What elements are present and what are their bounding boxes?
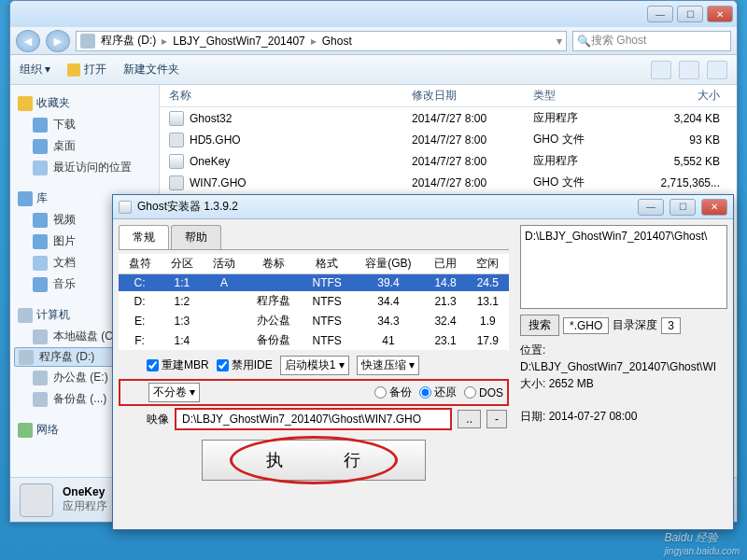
file-row[interactable]: OneKey2014/7/27 8:00应用程序5,552 KB <box>160 150 737 172</box>
breadcrumb-seg[interactable]: LBJY_GhostWin7_201407 <box>169 35 308 48</box>
breadcrumb-seg[interactable]: 程序盘 (D:) <box>97 33 160 49</box>
status-name: OneKey <box>63 485 105 498</box>
gho-icon <box>169 133 184 147</box>
restore-radio[interactable]: 还原 <box>419 385 457 400</box>
column-headers[interactable]: 名称修改日期类型大小 <box>160 85 737 107</box>
compress-select[interactable]: 快速压缩 ▾ <box>357 356 419 375</box>
breadcrumb-seg[interactable]: Ghost <box>318 35 356 48</box>
dialog-titlebar: Ghost安装器 1.3.9.2 — ☐ ✕ <box>113 195 733 219</box>
app-icon <box>169 154 184 169</box>
highlight-oval <box>230 436 398 484</box>
view-button[interactable] <box>651 61 671 79</box>
newfolder-button[interactable]: 新建文件夹 <box>123 62 179 77</box>
info-panel: 位置: D:\LBJY_GhostWin7_201407\Ghost\WI 大小… <box>520 342 727 425</box>
depth-input[interactable]: 3 <box>661 317 681 334</box>
search-placeholder: 搜索 Ghost <box>591 33 646 49</box>
sidebar-item-desktop[interactable]: 桌面 <box>14 135 155 157</box>
remove-button[interactable]: - <box>486 410 507 428</box>
desktop-icon <box>33 139 48 154</box>
star-icon <box>18 96 33 111</box>
dialog-title: Ghost安装器 1.3.9.2 <box>137 199 238 215</box>
dialog-minimize[interactable]: — <box>638 199 664 216</box>
table-header: 盘符分区活动卷标格式容量(GB)已用空闲 <box>119 254 509 274</box>
bootmodule-select[interactable]: 启动模块1 ▾ <box>280 356 349 375</box>
video-icon <box>33 213 48 228</box>
drive-icon <box>33 392 48 407</box>
partition-table: 盘符分区活动卷标格式容量(GB)已用空闲 C:1:1ANTFS39.414.82… <box>119 254 509 350</box>
recent-icon <box>33 161 48 175</box>
search-button[interactable]: 搜索 <box>520 315 559 336</box>
computer-icon <box>18 308 33 323</box>
drive-icon <box>80 34 95 49</box>
file-row[interactable]: WIN7.GHO2014/7/27 8:00GHO 文件2,715,365... <box>160 172 737 193</box>
breadcrumb[interactable]: 程序盘 (D:)▸ LBJY_GhostWin7_201407▸ Ghost ▾ <box>76 31 567 51</box>
table-row[interactable]: D:1:2程序盘NTFS34.421.313.1 <box>119 291 509 311</box>
split-select[interactable]: 不分卷 ▾ <box>148 383 200 402</box>
minimize-button[interactable]: — <box>647 6 673 22</box>
dos-radio[interactable]: DOS <box>464 386 503 399</box>
disable-ide-checkbox[interactable]: 禁用IDE <box>217 357 273 373</box>
drive-icon <box>33 329 48 344</box>
pattern-input[interactable]: *.GHO <box>563 317 609 334</box>
gho-list[interactable]: D:\LBJY_GhostWin7_201407\Ghost\ <box>520 225 727 309</box>
download-icon <box>33 118 48 133</box>
ghost-dialog: Ghost安装器 1.3.9.2 — ☐ ✕ 常规 帮助 盘符分区活动卷标格式容… <box>112 194 734 530</box>
network-icon <box>18 423 33 438</box>
table-row[interactable]: C:1:1ANTFS39.414.824.5 <box>119 274 509 292</box>
sidebar-favorites[interactable]: 收藏夹 <box>14 92 155 114</box>
library-icon <box>18 191 33 206</box>
dialog-close[interactable]: ✕ <box>701 199 727 216</box>
back-button[interactable]: ◄ <box>16 30 40 52</box>
tab-normal[interactable]: 常规 <box>119 225 169 249</box>
search-icon: 🔍 <box>577 35 591 48</box>
toolbar: 组织 ▾ 打开 新建文件夹 <box>10 55 737 85</box>
forward-button[interactable]: ► <box>46 30 70 52</box>
dialog-maximize[interactable]: ☐ <box>669 199 696 216</box>
music-icon <box>33 277 48 292</box>
backup-radio[interactable]: 备份 <box>374 385 412 400</box>
rebuild-mbr-checkbox[interactable]: 重建MBR <box>147 357 209 373</box>
gho-icon <box>169 175 184 190</box>
preview-button[interactable] <box>679 61 699 79</box>
app-icon <box>169 111 184 126</box>
sidebar-item-downloads[interactable]: 下载 <box>14 114 155 135</box>
browse-button[interactable]: .. <box>458 410 481 428</box>
file-icon-large <box>20 483 53 517</box>
tab-help[interactable]: 帮助 <box>171 225 221 249</box>
address-bar: ◄ ► 程序盘 (D:)▸ LBJY_GhostWin7_201407▸ Gho… <box>10 27 737 55</box>
help-icon[interactable] <box>707 61 727 79</box>
sidebar-item-recent[interactable]: 最近访问的位置 <box>14 157 155 178</box>
picture-icon <box>33 234 48 249</box>
app-icon <box>119 201 132 214</box>
image-path-input[interactable]: D:\LBJY_GhostWin7_201407\Ghost\WIN7.GHO <box>175 408 452 430</box>
open-button[interactable]: 打开 <box>67 62 106 77</box>
table-row[interactable]: E:1:3办公盘NTFS34.332.41.9 <box>119 311 509 330</box>
image-label: 映像 <box>147 412 169 427</box>
drive-icon <box>19 350 34 365</box>
tabs: 常规 帮助 <box>119 225 509 250</box>
close-button[interactable]: ✕ <box>707 6 733 22</box>
document-icon <box>33 256 48 271</box>
titlebar: — ☐ ✕ <box>10 1 737 27</box>
watermark: Baidu 经验 jingyan.baidu.com <box>664 526 740 556</box>
table-row[interactable]: F:1:4备份盘NTFS4123.117.9 <box>119 330 509 350</box>
maximize-button[interactable]: ☐ <box>677 6 703 22</box>
file-row[interactable]: Ghost322014/7/27 8:00应用程序3,204 KB <box>160 107 737 129</box>
file-row[interactable]: HD5.GHO2014/7/27 8:00GHO 文件93 KB <box>160 129 737 150</box>
drive-icon <box>33 371 48 385</box>
search-input[interactable]: 🔍 搜索 Ghost <box>572 31 731 51</box>
organize-button[interactable]: 组织 ▾ <box>20 62 50 77</box>
